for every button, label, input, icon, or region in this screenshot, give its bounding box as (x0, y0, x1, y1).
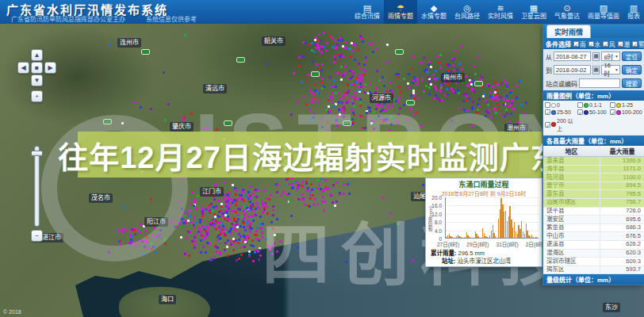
rain-station-dot (411, 68, 413, 71)
table-row[interactable]: 陆河县1100.0 (543, 174, 644, 182)
condition-label: 条件选择 (546, 40, 571, 48)
rain-station-dot (240, 205, 243, 208)
rain-station-dot (216, 250, 218, 253)
from-date-input[interactable]: 2018-08-27 (554, 52, 591, 61)
toolbar-item-realtime-wind[interactable]: ≋实时风情 (484, 0, 517, 24)
table-row[interactable]: 惠东县795.5 (543, 190, 644, 199)
pan-up-button[interactable]: ▲ (31, 49, 43, 61)
zoom-out-button[interactable]: − (31, 230, 43, 242)
rain-station-dot (471, 87, 473, 90)
legend-item[interactable]: 0.1-1 (577, 102, 610, 108)
toolbar-item-weather-radar[interactable]: ⊙气象雷达 (550, 0, 584, 24)
pan-left-button[interactable]: ◀ (17, 62, 29, 74)
tab-realtime-rain[interactable]: 实时雨情 (546, 25, 591, 38)
table-row[interactable]: 遂溪县626.2 (543, 241, 644, 250)
rain-station-dot (237, 218, 240, 220)
to-hour-select[interactable]: 16时▼ (601, 65, 620, 74)
rain-station-dot (194, 240, 196, 243)
table-row[interactable]: 饶平县726.0 (543, 208, 644, 216)
rain-station-dot (332, 46, 334, 48)
from-label: 从 (546, 52, 552, 61)
rain-station-dot (334, 58, 336, 60)
zoom-in-button[interactable]: + (31, 90, 43, 102)
rain-station-dot (439, 67, 442, 69)
toolbar-item-rain-isoline[interactable]: ▨雨量等值面 (584, 0, 623, 24)
legend-item[interactable]: ✓25-50 (545, 109, 577, 115)
chart-bar (535, 237, 536, 238)
condition-checkbox[interactable]: ✓警 (632, 40, 644, 48)
legend-item[interactable]: ✓200 以上 (545, 116, 577, 132)
rain-station-dot (187, 231, 190, 233)
rain-station-dot (182, 119, 185, 121)
condition-checkbox[interactable]: ✓潮 (618, 40, 631, 48)
rain-station-dot (437, 55, 439, 58)
condition-checkbox[interactable]: ✓水 (588, 40, 601, 48)
rain-station-dot (350, 83, 352, 86)
condition-checkbox[interactable]: ✓风 (603, 40, 615, 48)
checkbox-icon: ✓ (632, 41, 638, 47)
legend-item[interactable]: ✓50-100 (577, 109, 610, 115)
pan-right-button[interactable]: ▶ (44, 62, 56, 74)
legend-item[interactable]: 1-25 (610, 102, 642, 108)
toolbar-item-rain-topic[interactable]: ☂雨情专题 (384, 0, 417, 24)
table-row[interactable]: 深圳市辖区609.3 (543, 258, 644, 266)
to-date-input[interactable]: 2018-09-02 (554, 65, 591, 74)
rain-station-dot (386, 44, 389, 46)
toolbar-item-summary[interactable]: ▤综合汛情 (351, 0, 384, 24)
rain-station-dot (496, 83, 499, 86)
rain-station-dot (363, 74, 366, 76)
table-row[interactable]: 中山市676.5 (543, 232, 644, 241)
legend-color-dot (551, 103, 556, 108)
zoom-slider-handle[interactable] (31, 151, 43, 156)
search-button[interactable]: 搜索 (622, 78, 642, 88)
table-row[interactable]: 揭东区593.7 (543, 266, 644, 273)
toolbar-item-typhoon-path[interactable]: ◎台风路径 (450, 0, 484, 24)
rain-station-dot (243, 205, 245, 208)
station-code-input[interactable] (579, 78, 620, 88)
pan-center-button[interactable]: ■ (31, 62, 43, 74)
table-row[interactable]: 潮安区695.6 (543, 216, 644, 224)
table-row[interactable]: 汕尾市辖区756.7 (543, 199, 644, 208)
confirm-button[interactable]: 确定 (622, 65, 642, 74)
rain-station-dot (407, 82, 409, 85)
checkbox-icon: ✓ (573, 41, 579, 47)
toolbar-item-satellite-cloud[interactable]: ▦卫星云图 (517, 0, 550, 24)
zoom-slider-track[interactable] (34, 146, 40, 227)
table-row[interactable]: 紫金县686.3 (543, 224, 644, 233)
rain-station-dot (378, 79, 381, 82)
table-section-header: 各县最大雨量（单位：mm） (543, 136, 644, 146)
table-row[interactable]: 惠来县1390.9 (543, 157, 644, 166)
rain-station-dot (232, 210, 235, 212)
rain-station-dot (243, 228, 246, 231)
rain-station-dot (213, 224, 216, 227)
rain-station-dot (355, 44, 357, 47)
rain-station-dot (311, 42, 313, 44)
table-row[interactable]: 普宁市894.5 (543, 182, 644, 191)
rain-station-dot (247, 237, 250, 239)
rain-station-dot (321, 48, 324, 50)
legend-item[interactable]: 0 (545, 102, 577, 108)
condition-checkbox[interactable]: ✓雨 (573, 40, 586, 48)
table-row[interactable]: 澄海区620.3 (543, 250, 644, 258)
col-region: 地区 (543, 146, 600, 156)
organizer-text: 广东省防汛防旱防风总指挥部办公室主办 (11, 16, 125, 23)
rain-station-dot (236, 223, 238, 226)
rain-station-dot (244, 239, 247, 241)
table-row[interactable]: 海丰县1171.0 (543, 166, 644, 174)
toolbar-item-water-topic[interactable]: ◆水情专题 (417, 0, 450, 24)
legend-item[interactable]: ✓100-200 (610, 109, 642, 115)
satellite-cloud-icon: ▦ (530, 3, 538, 13)
rain-station-dot (210, 223, 213, 226)
rain-station-dot (233, 199, 236, 201)
from-hour-select[interactable]: 8时▼ (601, 52, 620, 61)
locate-button[interactable]: 定位 (622, 52, 642, 61)
road-badge-icon (395, 49, 404, 55)
calendar-icon[interactable]: ▦ (592, 66, 600, 74)
pan-down-button[interactable]: ▼ (31, 74, 43, 86)
calendar-icon[interactable]: ▦ (592, 52, 600, 61)
rain-station-dot (457, 89, 459, 91)
rain-station-dot (215, 207, 217, 209)
rain-station-dot (237, 214, 240, 216)
toolbar-item-report[interactable]: ▥报表 (623, 0, 644, 24)
map-place-label: 连州市 (117, 38, 141, 48)
